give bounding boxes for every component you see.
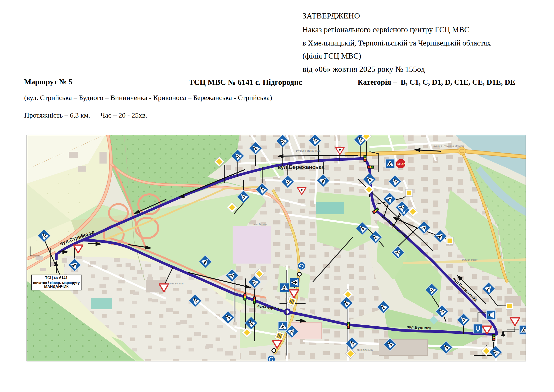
svg-text:садова вулиця: садова вулиця	[166, 282, 184, 285]
svg-text:ТСЦ № 6141: ТСЦ № 6141	[45, 276, 68, 280]
svg-text:вулиця Миру: вулиця Миру	[462, 258, 478, 261]
svg-text:початок / кінець маршруту: початок / кінець маршруту	[33, 281, 80, 285]
svg-text:вул.Бережанська: вул.Бережанська	[277, 164, 325, 170]
svg-text:вул. Героїв: вул. Героїв	[253, 223, 267, 226]
svg-text:Тернопільська: Тернопільська	[355, 348, 373, 351]
svg-text:вулиця Гетьмана Мазепи: вулиця Гетьмана Мазепи	[433, 145, 464, 147]
svg-text:вулиця Гетьманська: вулиця Гетьманська	[296, 149, 321, 152]
svg-text:МАЙДАНЧИК: МАЙДАНЧИК	[44, 284, 69, 289]
